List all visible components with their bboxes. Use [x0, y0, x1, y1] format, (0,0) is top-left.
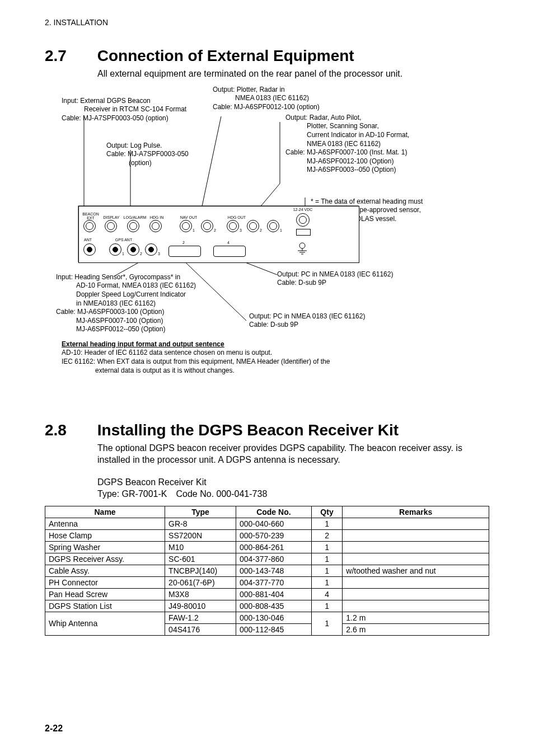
lbl-radar-autopilot-7: MJ-A6SPF0003--050 (Option) [285, 166, 396, 173]
port-nav-out-2 [201, 220, 213, 232]
cell-code: 000-112-845 [236, 623, 311, 635]
cell-type: GR-8 [165, 518, 236, 529]
section-2-7-number: 2.7 [45, 47, 93, 65]
cell-qty: 1 [311, 576, 343, 588]
lbl-pc-out-2b: Cable: D-sub 9P [249, 321, 298, 328]
cell-name: Whip Antenna [45, 612, 165, 635]
table-row: DGPS Receiver Assy.SC-601004-377-8601 [45, 553, 489, 565]
port-dsub-num-2: 2 [182, 240, 185, 245]
port-label-vdc: 12-24 VDC [292, 208, 314, 212]
cell-code: 000-130-046 [236, 612, 311, 623]
cell-code: 000-143-748 [236, 565, 311, 576]
cell-type: SS7200N [165, 529, 236, 541]
port-hdg-out-3 [227, 220, 239, 232]
lbl-log-pulse-2: Cable: MJ-A7SPF0003-050 [106, 150, 189, 158]
port-dsub-4 [213, 246, 246, 257]
port-hdg-out-num-3: 3 [240, 228, 242, 233]
cell-qty: 1 [311, 553, 343, 565]
table-row: Pan Head ScrewM3X8000-881-4044 [45, 588, 489, 600]
port-gps-ant-2 [127, 243, 139, 256]
cell-qty: 1 [311, 541, 343, 553]
port-hdg-out-num-2: 2 [260, 228, 262, 233]
cell-remarks [343, 576, 489, 588]
port-dsub-num-4: 4 [227, 240, 229, 245]
cell-code: 004-377-770 [236, 576, 311, 588]
port-gps-ant-num-2: 2 [140, 251, 142, 256]
lbl-radar-autopilot-5: Cable: MJ-A6SPF0007-100 (Inst. Mat. 1) [285, 148, 407, 156]
table-row: Hose ClampSS7200N000-570-2392 [45, 529, 489, 541]
diagram-notes-line2: IEC 61162: When EXT data is output from … [62, 358, 330, 365]
cell-code: 000-808-435 [236, 600, 311, 612]
port-gps-ant-3 [145, 243, 157, 256]
cell-code: 000-864-261 [236, 541, 311, 553]
port-label-display: DISPLAY [101, 215, 121, 219]
cell-remarks [343, 588, 489, 600]
cell-remarks [343, 529, 489, 541]
port-label-beacon-ext: BEACON EXT [81, 212, 100, 220]
lbl-plotter-radar-1: Output: Plotter, Radar in [213, 86, 285, 93]
cell-remarks [343, 541, 489, 553]
cell-name: Cable Assy. [45, 565, 165, 576]
table-row: DGPS Station ListJ49-80010000-808-4351 [45, 600, 489, 612]
cell-name: Pan Head Screw [45, 588, 165, 600]
port-label-hdg-in: HDG IN [148, 215, 165, 219]
fuse-icon [296, 229, 311, 236]
cell-remarks: 1.2 m [343, 612, 489, 623]
cell-code: 004-377-860 [236, 553, 311, 565]
section-2-8-title: Installing the DGPS Beacon Receiver Kit [97, 421, 399, 439]
diagram-notes-line3: external data is output as it is without… [95, 367, 235, 374]
cell-type: M10 [165, 541, 236, 553]
th-code: Code No. [236, 506, 311, 518]
lbl-heading-sensor-3: Doppler Speed Log/Current Indicator [56, 290, 186, 298]
kit-type-line: Type: GR-7001-K Code No. 000-041-738 [97, 489, 267, 499]
port-label-hdg-out: HDG OUT [226, 215, 248, 219]
cell-code: 000-881-404 [236, 588, 311, 600]
cell-remarks: 2.6 m [343, 623, 489, 635]
connection-diagram: Input: External DGPS Beacon Receiver in … [45, 86, 489, 399]
cell-type: 04S4176 [165, 623, 236, 635]
parts-table: Name Type Code No. Qty Remarks AntennaGR… [45, 506, 489, 636]
port-gps-ant-1 [109, 243, 121, 256]
cell-qty: 1 [311, 518, 343, 529]
table-row: Cable Assy.TNCBPJ(140)000-143-7481w/toot… [45, 565, 489, 576]
kit-name: DGPS Beacon Receiver Kit [97, 477, 207, 487]
th-qty: Qty [311, 506, 343, 518]
cell-qty: 4 [311, 588, 343, 600]
cell-type: TNCBPJ(140) [165, 565, 236, 576]
cell-type: FAW-1.2 [165, 612, 236, 623]
lbl-radar-autopilot-4: NMEA 0183 (IEC 61162) [285, 140, 381, 148]
ground-icon [294, 242, 310, 256]
lbl-log-pulse-1: Output: Log Pulse. [106, 142, 162, 149]
section-2-7-heading: 2.7 Connection of External Equipment [45, 47, 489, 65]
table-row: Whip AntennaFAW-1.2000-130-04611.2 m [45, 612, 489, 623]
lbl-input-dgps-beacon-3: Cable: MJ-A7SPF0003-050 (option) [62, 114, 168, 122]
lbl-heading-sensor-4: in NMEA0183 (IEC 61162) [56, 299, 156, 307]
lbl-pc-out-2a: Output: PC in NMEA 0183 (IEC 61162) [249, 312, 365, 320]
diagram-notes-line1: AD-10: Header of IEC 61162 data sentence… [62, 349, 272, 356]
port-nav-out-num-2: 2 [214, 228, 216, 233]
port-label-ant: ANT [82, 238, 93, 242]
lbl-plotter-radar-2: NMEA 0183 (IEC 61162) [213, 94, 309, 102]
lbl-pc-out-1a: Output: PC in NMEA 0183 (IEC 61162) [277, 270, 393, 278]
section-2-7-intro: All external equipment are terminated on… [97, 68, 489, 80]
running-header: 2. INSTALLATION [45, 18, 489, 27]
lbl-input-dgps-beacon-1: Input: External DGPS Beacon [62, 97, 151, 105]
port-power [296, 213, 310, 227]
cell-qty: 1 [311, 600, 343, 612]
section-2-8-para: The optional DGPS beacon receiver provid… [97, 443, 489, 466]
cell-remarks [343, 600, 489, 612]
lbl-log-pulse-3: (option) [106, 159, 152, 167]
section-2-8-number: 2.8 [45, 421, 93, 439]
lbl-heading-sensor-7: MJ-A6SPF0012--050 (Option) [56, 325, 165, 333]
cell-name: DGPS Station List [45, 600, 165, 612]
lbl-heading-sensor-6: MJ-A6SPF0007-100 (Option) [56, 317, 163, 325]
lbl-radar-autopilot-1: Output: Radar, Auto Pilot, [285, 114, 361, 121]
svg-line-5 [200, 116, 221, 217]
port-gps-ant-num-3: 3 [158, 251, 160, 256]
th-remarks: Remarks [343, 506, 489, 518]
lbl-radar-autopilot-6: MJ-A6SPF0012-100 (Option) [285, 157, 394, 165]
cell-code: 000-040-660 [236, 518, 311, 529]
lbl-pc-out-1b: Cable: D-sub 9P [277, 279, 326, 287]
lbl-plotter-radar-3: Cable: MJ-A6SPF0012-100 (option) [213, 103, 320, 111]
cell-code: 000-570-239 [236, 529, 311, 541]
